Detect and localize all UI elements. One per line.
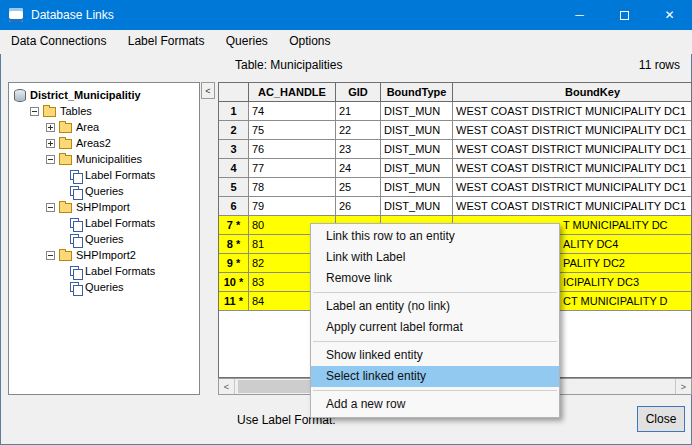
tree-item-tables[interactable]: Tables: [9, 103, 199, 119]
app-icon: [9, 8, 23, 22]
row-number-cell[interactable]: 4: [219, 159, 249, 178]
cell-ac-handle[interactable]: 75: [249, 121, 336, 140]
tree-item-root[interactable]: District_Municipalitiy: [9, 87, 199, 103]
corner-header-cell[interactable]: [219, 83, 249, 102]
column-header-bound-key[interactable]: BoundKey: [453, 83, 692, 102]
cell-ac-handle[interactable]: 77: [249, 159, 336, 178]
cell-gid[interactable]: 25: [336, 178, 381, 197]
cell-bound-type[interactable]: DIST_MUN: [381, 178, 453, 197]
menu-item-apply-current-label-format[interactable]: Apply current label format: [311, 317, 559, 338]
tree-item-label: Queries: [85, 185, 124, 197]
close-button[interactable]: Close: [637, 406, 685, 432]
row-number-cell[interactable]: 9 *: [219, 254, 249, 273]
collapse-icon[interactable]: [46, 155, 55, 164]
menu-options[interactable]: Options: [280, 30, 339, 52]
queries-icon: [70, 282, 79, 292]
cell-ac-handle[interactable]: 79: [249, 197, 336, 216]
collapse-icon[interactable]: [46, 251, 55, 260]
collapse-icon[interactable]: [46, 203, 55, 212]
label-formats-icon: [70, 170, 79, 180]
maximize-icon: [620, 11, 629, 20]
tree-item-shpimport-queries[interactable]: Queries: [9, 231, 199, 247]
titlebar[interactable]: Database Links ─ ✕: [0, 0, 692, 30]
tree-item-shpimport-label-formats[interactable]: Label Formats: [9, 215, 199, 231]
folder-icon: [59, 155, 72, 165]
cell-bound-type[interactable]: DIST_MUN: [381, 102, 453, 121]
tree-item-areas2[interactable]: Areas2: [9, 135, 199, 151]
menu-item-show-linked-entity[interactable]: Show linked entity: [311, 345, 559, 366]
tree-item-municipalities-label-formats[interactable]: Label Formats: [9, 167, 199, 183]
table-row: 3 76 23 DIST_MUN WEST COAST DISTRICT MUN…: [219, 140, 691, 159]
collapse-icon[interactable]: [30, 107, 39, 116]
tree-item-label: Label Formats: [85, 169, 155, 181]
row-number-cell[interactable]: 10 *: [219, 273, 249, 292]
menubar: Data Connections Label Formats Queries O…: [0, 30, 692, 54]
tree-item-area[interactable]: Area: [9, 119, 199, 135]
row-number-cell[interactable]: 6: [219, 197, 249, 216]
menu-label-formats[interactable]: Label Formats: [119, 30, 214, 52]
column-header-ac-handle[interactable]: AC_HANDLE: [249, 83, 336, 102]
row-number-cell[interactable]: 1: [219, 102, 249, 121]
row-number-cell[interactable]: 8 *: [219, 235, 249, 254]
menu-item-remove-link[interactable]: Remove link: [311, 268, 559, 289]
cell-ac-handle[interactable]: 76: [249, 140, 336, 159]
cell-bound-type[interactable]: DIST_MUN: [381, 197, 453, 216]
close-window-button[interactable]: ✕: [647, 0, 692, 30]
cell-bound-key[interactable]: WEST COAST DISTRICT MUNICIPALITY DC1: [453, 178, 692, 197]
cell-gid[interactable]: 24: [336, 159, 381, 178]
menu-data-connections[interactable]: Data Connections: [2, 30, 115, 52]
menu-separator: [313, 390, 557, 391]
menu-item-link-with-label[interactable]: Link with Label: [311, 247, 559, 268]
menu-separator: [313, 341, 557, 342]
database-icon: [14, 89, 26, 102]
column-header-gid[interactable]: GID: [336, 83, 381, 102]
menu-item-label-entity-no-link[interactable]: Label an entity (no link): [311, 296, 559, 317]
minimize-button[interactable]: ─: [557, 0, 602, 30]
cell-ac-handle[interactable]: 78: [249, 178, 336, 197]
tree-item-label: District_Municipalitiy: [30, 89, 141, 101]
expand-icon[interactable]: [46, 139, 55, 148]
row-count-label: 11 rows: [639, 58, 680, 72]
database-links-window: Database Links ─ ✕ Data Connections Labe…: [0, 0, 692, 445]
row-number-cell[interactable]: 5: [219, 178, 249, 197]
cell-bound-key[interactable]: WEST COAST DISTRICT MUNICIPALITY DC1: [453, 140, 692, 159]
tree-item-shpimport2-queries[interactable]: Queries: [9, 279, 199, 295]
cell-bound-key[interactable]: WEST COAST DISTRICT MUNICIPALITY DC1: [453, 121, 692, 140]
row-number-cell[interactable]: 7 *: [219, 216, 249, 235]
expand-icon[interactable]: [46, 123, 55, 132]
cell-bound-type[interactable]: DIST_MUN: [381, 140, 453, 159]
tree-item-municipalities[interactable]: Municipalities: [9, 151, 199, 167]
tree-item-label: Tables: [60, 105, 92, 117]
folder-icon: [59, 251, 72, 261]
cell-bound-type[interactable]: DIST_MUN: [381, 121, 453, 140]
row-number-cell[interactable]: 2: [219, 121, 249, 140]
cell-bound-key[interactable]: WEST COAST DISTRICT MUNICIPALITY DC1: [453, 159, 692, 178]
cell-bound-type[interactable]: DIST_MUN: [381, 159, 453, 178]
tree-item-shpimport2[interactable]: SHPImport2: [9, 247, 199, 263]
tree-item-municipalities-queries[interactable]: Queries: [9, 183, 199, 199]
cell-gid[interactable]: 23: [336, 140, 381, 159]
maximize-button[interactable]: [602, 0, 647, 30]
queries-icon: [70, 186, 79, 196]
cell-gid[interactable]: 22: [336, 121, 381, 140]
column-header-bound-type[interactable]: BoundType: [381, 83, 453, 102]
menu-separator: [313, 292, 557, 293]
menu-item-link-row-to-entity[interactable]: Link this row to an entity: [311, 226, 559, 247]
tree-item-shpimport[interactable]: SHPImport: [9, 199, 199, 215]
menu-queries[interactable]: Queries: [217, 30, 277, 52]
menu-item-add-a-new-row[interactable]: Add a new row: [311, 394, 559, 415]
row-number-cell[interactable]: 3: [219, 140, 249, 159]
menu-item-select-linked-entity[interactable]: Select linked entity: [311, 366, 559, 387]
cell-ac-handle[interactable]: 74: [249, 102, 336, 121]
tree-item-shpimport2-label-formats[interactable]: Label Formats: [9, 263, 199, 279]
cell-bound-key[interactable]: WEST COAST DISTRICT MUNICIPALITY DC1: [453, 197, 692, 216]
scroll-left-arrow-icon[interactable]: <: [219, 379, 235, 394]
cell-bound-key[interactable]: WEST COAST DISTRICT MUNICIPALITY DC1: [453, 102, 692, 121]
label-formats-icon: [70, 218, 79, 228]
row-number-cell[interactable]: 11 *: [219, 292, 249, 311]
cell-gid[interactable]: 26: [336, 197, 381, 216]
cell-gid[interactable]: 21: [336, 102, 381, 121]
panel-collapse-button[interactable]: <: [201, 82, 215, 99]
folder-icon: [43, 107, 56, 117]
scroll-right-arrow-icon[interactable]: >: [675, 379, 691, 394]
